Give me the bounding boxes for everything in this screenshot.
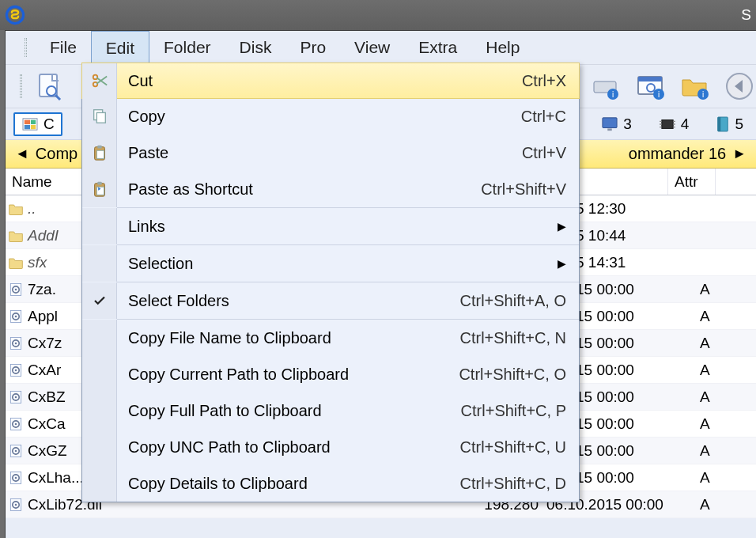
edit-menu-dropdown: CutCtrl+XCopyCtrl+CPasteCtrl+VPaste as S… bbox=[81, 63, 580, 502]
menu-gutter bbox=[82, 320, 117, 356]
svg-rect-23 bbox=[662, 119, 673, 128]
menu-shortcut: Ctrl+Shift+C, O bbox=[459, 366, 579, 384]
svg-rect-61 bbox=[97, 182, 102, 185]
path-segment[interactable]: Comp bbox=[32, 145, 81, 163]
menu-item-copy-details-to-clipboard[interactable]: Copy Details to ClipboardCtrl+Shift+C, D bbox=[82, 465, 579, 502]
menu-gutter bbox=[82, 245, 117, 282]
menu-item-copy-file-name-to-clipboard[interactable]: Copy File Name to ClipboardCtrl+Shift+C,… bbox=[82, 320, 579, 356]
file-attr: A bbox=[689, 281, 736, 298]
path-left-arrow-icon[interactable]: ◄ bbox=[12, 146, 32, 162]
dll-icon bbox=[6, 335, 26, 351]
menu-item-select-folders[interactable]: Select FoldersCtrl+Shift+A, O bbox=[82, 282, 579, 319]
app-window: FileEditFolderDiskProViewExtraHelp i i i… bbox=[5, 30, 756, 538]
menu-folder[interactable]: Folder bbox=[149, 31, 225, 64]
menu-item-copy[interactable]: CopyCtrl+C bbox=[82, 98, 579, 134]
menu-shortcut: Ctrl+C bbox=[521, 108, 579, 126]
menu-disk[interactable]: Disk bbox=[225, 31, 286, 64]
menu-item-paste-as-shortcut[interactable]: Paste as ShortcutCtrl+Shift+V bbox=[82, 171, 579, 207]
menu-pro[interactable]: Pro bbox=[285, 31, 340, 64]
menu-item-links[interactable]: Links▶ bbox=[82, 208, 579, 244]
dll-icon bbox=[6, 497, 26, 513]
column-attr[interactable]: Attr bbox=[668, 169, 716, 195]
menu-help[interactable]: Help bbox=[471, 31, 534, 64]
toolbar-grip[interactable] bbox=[20, 74, 22, 98]
menu-gutter bbox=[82, 429, 117, 465]
svg-rect-18 bbox=[31, 119, 36, 123]
menu-item-label: Copy Details to Clipboard bbox=[117, 475, 460, 493]
svg-point-34 bbox=[15, 342, 17, 344]
svg-rect-56 bbox=[96, 112, 105, 123]
paste-shortcut-icon bbox=[82, 171, 117, 207]
menu-item-label: Copy bbox=[117, 108, 521, 126]
path-right-arrow-icon[interactable]: ► bbox=[729, 146, 750, 162]
win-icon bbox=[21, 117, 39, 131]
drive-5[interactable]: 5 bbox=[709, 114, 750, 134]
svg-point-43 bbox=[15, 422, 17, 425]
menu-gutter bbox=[82, 392, 117, 429]
submenu-arrow-icon: ▶ bbox=[558, 220, 579, 233]
svg-point-28 bbox=[15, 288, 17, 290]
svg-rect-25 bbox=[718, 117, 721, 131]
menu-item-selection[interactable]: Selection▶ bbox=[82, 245, 579, 282]
svg-rect-62 bbox=[96, 187, 104, 195]
file-attr: A bbox=[689, 496, 736, 513]
menu-file[interactable]: File bbox=[36, 31, 91, 64]
menu-item-label: Cut bbox=[117, 72, 522, 90]
folder-info-icon[interactable]: i bbox=[679, 70, 712, 103]
dll-icon bbox=[6, 362, 26, 378]
search-doc-icon[interactable] bbox=[33, 70, 66, 103]
file-attr: A bbox=[689, 335, 736, 352]
svg-rect-59 bbox=[96, 150, 104, 158]
menu-item-label: Copy File Name to Clipboard bbox=[117, 329, 460, 347]
menu-item-copy-current-path-to-clipboard[interactable]: Copy Current Path to ClipboardCtrl+Shift… bbox=[82, 356, 579, 392]
menu-item-cut[interactable]: CutCtrl+X bbox=[81, 63, 580, 99]
title-bar: S bbox=[0, 0, 756, 30]
menu-item-paste[interactable]: PasteCtrl+V bbox=[82, 134, 579, 171]
menu-edit[interactable]: Edit bbox=[91, 31, 149, 64]
menu-extra[interactable]: Extra bbox=[404, 31, 471, 64]
svg-text:i: i bbox=[702, 90, 704, 99]
menu-item-label: Selection bbox=[117, 255, 558, 273]
drive-info-icon[interactable]: i bbox=[590, 70, 623, 103]
menu-item-copy-full-path-to-clipboard[interactable]: Copy Full Path to ClipboardCtrl+Shift+C,… bbox=[82, 392, 579, 429]
menu-item-label: Copy Full Path to Clipboard bbox=[117, 402, 461, 420]
file-attr: A bbox=[689, 469, 736, 487]
menu-shortcut: Ctrl+Shift+A, O bbox=[460, 292, 580, 310]
menu-view[interactable]: View bbox=[340, 31, 404, 64]
menu-shortcut: Ctrl+Shift+V bbox=[481, 180, 579, 199]
window-search-icon[interactable]: i bbox=[634, 70, 667, 103]
menu-item-label: Select Folders bbox=[117, 292, 460, 310]
menu-item-copy-unc-path-to-clipboard[interactable]: Copy UNC Path to ClipboardCtrl+Shift+C, … bbox=[82, 429, 579, 465]
check-icon bbox=[82, 282, 117, 319]
file-attr: A bbox=[689, 415, 736, 433]
menu-bar: FileEditFolderDiskProViewExtraHelp bbox=[6, 31, 756, 64]
menu-shortcut: Ctrl+V bbox=[522, 144, 579, 162]
drive-C[interactable]: C bbox=[13, 112, 62, 136]
dll-icon bbox=[6, 282, 26, 297]
svg-rect-21 bbox=[603, 117, 617, 127]
drive-3[interactable]: 3 bbox=[595, 114, 638, 134]
app-logo-icon bbox=[5, 5, 25, 25]
book-icon bbox=[716, 116, 730, 133]
menu-gutter bbox=[82, 356, 117, 392]
scissors-icon bbox=[82, 63, 117, 98]
folder-icon bbox=[6, 202, 26, 216]
paste-icon bbox=[82, 134, 117, 171]
svg-rect-8 bbox=[638, 77, 662, 81]
path-segment[interactable]: ommander 16 bbox=[626, 145, 729, 163]
svg-rect-22 bbox=[608, 128, 612, 131]
menu-item-label: Paste as Shortcut bbox=[117, 180, 481, 199]
drive-4[interactable]: 4 bbox=[652, 114, 696, 134]
menu-item-label: Copy UNC Path to Clipboard bbox=[117, 438, 460, 457]
menu-shortcut: Ctrl+Shift+C, P bbox=[461, 402, 579, 420]
dll-icon bbox=[6, 416, 26, 432]
dll-icon bbox=[6, 389, 26, 405]
toolbar-grip[interactable] bbox=[25, 31, 31, 64]
menu-shortcut: Ctrl+Shift+C, U bbox=[460, 438, 579, 457]
folder-icon bbox=[6, 256, 26, 270]
svg-rect-20 bbox=[31, 124, 36, 128]
svg-point-40 bbox=[15, 396, 17, 398]
menu-gutter bbox=[82, 465, 117, 502]
svg-point-46 bbox=[15, 449, 17, 452]
back-icon[interactable] bbox=[723, 70, 756, 103]
